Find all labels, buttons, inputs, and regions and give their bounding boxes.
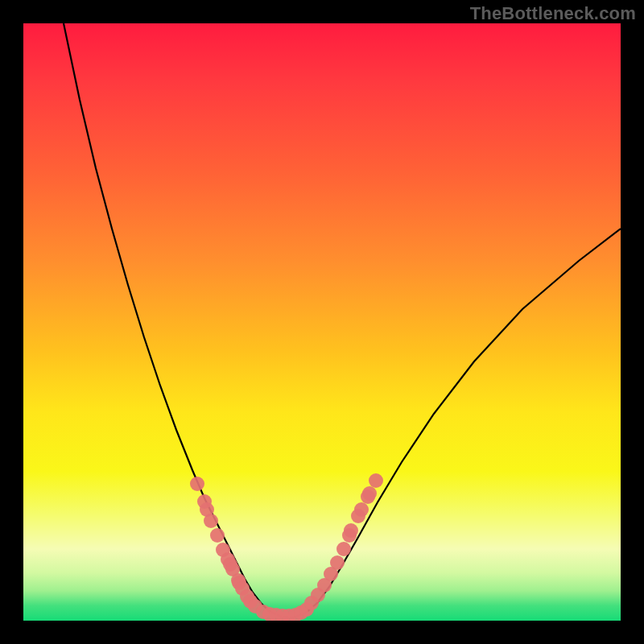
scatter-point [354, 502, 369, 517]
watermark-label: TheBottleneck.com [470, 3, 636, 24]
chart-svg [23, 23, 621, 621]
scatter-point [344, 523, 358, 538]
curve-line [64, 23, 621, 617]
plot-area [23, 23, 621, 621]
scatter-markers [190, 473, 383, 621]
scatter-point [204, 514, 218, 528]
scatter-point [190, 477, 204, 491]
scatter-point [330, 555, 345, 570]
scatter-point [336, 542, 351, 556]
bottleneck-curve [64, 23, 621, 617]
scatter-point [369, 473, 383, 488]
scatter-point [362, 486, 377, 501]
chart-frame: TheBottleneck.com [0, 0, 644, 644]
scatter-point [210, 528, 225, 543]
